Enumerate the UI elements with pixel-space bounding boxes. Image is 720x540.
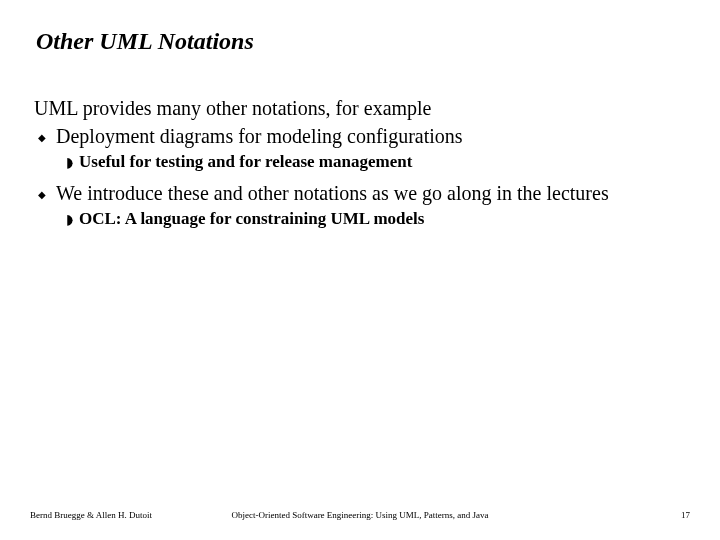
bullet-item: ◆ We introduce these and other notations… xyxy=(38,181,690,206)
sub-bullet-text: Useful for testing and for release manag… xyxy=(79,151,412,173)
intro-text: UML provides many other notations, for e… xyxy=(34,97,690,120)
dot-icon: ◗ xyxy=(66,154,73,171)
diamond-icon: ◆ xyxy=(38,189,46,200)
slide-title: Other UML Notations xyxy=(36,28,690,55)
dot-icon: ◗ xyxy=(66,211,73,228)
footer-page-number: 17 xyxy=(525,510,690,520)
bullet-text: Deployment diagrams for modeling configu… xyxy=(56,124,463,149)
bullet-text: We introduce these and other notations a… xyxy=(56,181,609,206)
sub-bullet-item: ◗ OCL: A language for constraining UML m… xyxy=(66,208,690,230)
footer-authors: Bernd Bruegge & Allen H. Dutoit xyxy=(30,510,195,520)
footer-book-title: Object-Oriented Software Engineering: Us… xyxy=(195,510,525,520)
footer: Bernd Bruegge & Allen H. Dutoit Object-O… xyxy=(30,510,690,520)
sub-bullet-item: ◗ Useful for testing and for release man… xyxy=(66,151,690,173)
diamond-icon: ◆ xyxy=(38,132,46,143)
bullet-item: ◆ Deployment diagrams for modeling confi… xyxy=(38,124,690,149)
sub-bullet-text: OCL: A language for constraining UML mod… xyxy=(79,208,424,230)
